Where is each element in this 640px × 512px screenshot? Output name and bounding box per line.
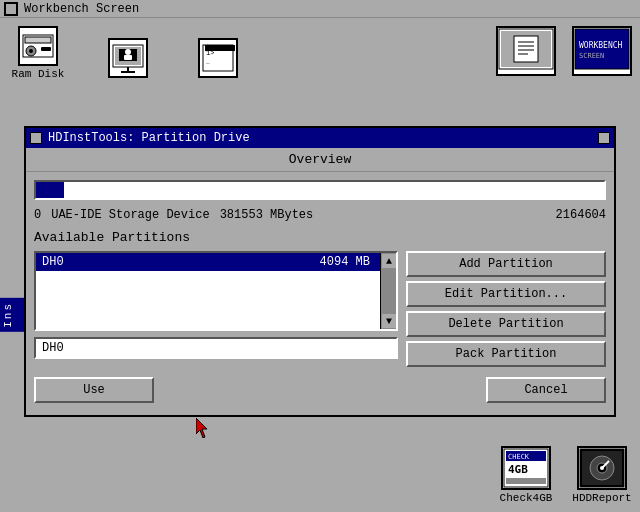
selected-partition-name: DH0 <box>42 341 64 355</box>
workbench-screen-icon-img: WORKBENCH SCREEN <box>572 26 632 76</box>
hddreport-icon-img <box>577 446 627 490</box>
wb-close-button[interactable] <box>4 2 18 16</box>
workbench-titlebar: Workbench Screen <box>0 0 640 18</box>
partition-size-dh0: 4094 MB <box>320 255 370 269</box>
workbench-screen-icon[interactable]: WORKBENCH SCREEN <box>572 26 632 78</box>
monitor-icon[interactable] <box>496 26 556 78</box>
partitions-list[interactable]: DH0 4094 MB ▲ ▼ <box>34 251 398 331</box>
monitor-icon-img <box>496 26 556 76</box>
partitions-scrollbar[interactable]: ▲ ▼ <box>380 253 396 329</box>
ramdisk-icon[interactable]: Ram Disk <box>8 26 68 80</box>
svg-rect-11 <box>124 55 132 60</box>
ramdisk-svg <box>21 29 55 63</box>
check4gb-icon-img: CHECK 4GB <box>501 446 551 490</box>
cursor-svg <box>196 418 210 438</box>
cancel-button[interactable]: Cancel <box>486 377 606 403</box>
partitions-right: Add Partition Edit Partition... Delete P… <box>406 251 606 367</box>
hddreport-label: HDDReport <box>572 492 631 504</box>
dialog-title: HDInstTools: Partition Drive <box>48 131 250 145</box>
screen-svg <box>111 41 145 75</box>
svg-text:CHECK: CHECK <box>508 453 530 461</box>
hdinsttools-dialog: HDInstTools: Partition Drive Overview 0 … <box>24 126 616 417</box>
svg-text:SCREEN: SCREEN <box>579 52 604 60</box>
shell-icon-img: 1> _ <box>198 38 238 78</box>
scrollbar-up-button[interactable]: ▲ <box>381 253 397 269</box>
partition-item-dh0[interactable]: DH0 4094 MB <box>36 253 396 271</box>
svg-text:WORKBENCH: WORKBENCH <box>579 41 623 50</box>
pack-partition-button[interactable]: Pack Partition <box>406 341 606 367</box>
use-button[interactable]: Use <box>34 377 154 403</box>
drive-number: 0 <box>34 208 41 222</box>
svg-rect-18 <box>514 36 538 62</box>
screen-icon-img <box>108 38 148 78</box>
wb-title: Workbench Screen <box>24 2 139 16</box>
svg-text:1>: 1> <box>206 49 214 57</box>
svg-rect-4 <box>41 47 51 51</box>
svg-text:4GB: 4GB <box>508 463 528 476</box>
terminal-svg: WORKBENCH SCREEN <box>574 28 630 74</box>
svg-rect-9 <box>121 71 135 73</box>
drive-info-row: 0 UAE-IDE Storage Device 381553 MBytes 2… <box>34 206 606 224</box>
svg-marker-27 <box>196 418 207 438</box>
svg-point-10 <box>125 49 131 55</box>
add-partition-button[interactable]: Add Partition <box>406 251 606 277</box>
dialog-header: Overview <box>26 148 614 172</box>
monitor-svg <box>498 28 554 74</box>
delete-partition-button[interactable]: Delete Partition <box>406 311 606 337</box>
dialog-titlebar: HDInstTools: Partition Drive <box>26 128 614 148</box>
dialog-close-button[interactable] <box>598 132 610 144</box>
drive-size: 381553 MBytes <box>220 208 314 222</box>
progress-bar-fill <box>36 182 64 198</box>
svg-point-38 <box>600 466 604 470</box>
shell-icon[interactable]: 1> _ <box>188 38 248 80</box>
bottom-row: Use Cancel <box>34 373 606 407</box>
dialog-header-text: Overview <box>289 152 351 167</box>
svg-point-3 <box>29 49 33 53</box>
progress-bar <box>34 180 606 200</box>
drive-value: 2164604 <box>556 208 606 222</box>
partitions-label: Available Partitions <box>34 230 606 245</box>
right-icons-area: WORKBENCH SCREEN <box>496 26 632 78</box>
hddreport-svg <box>579 448 625 488</box>
desktop: Ram Disk <box>0 18 640 512</box>
edit-partition-button[interactable]: Edit Partition... <box>406 281 606 307</box>
shell-svg: 1> _ <box>201 41 235 75</box>
ins-sidebar-label: Ins <box>0 298 24 332</box>
svg-rect-1 <box>25 37 51 43</box>
dialog-titlebar-dot <box>30 132 42 144</box>
check4gb-label: Check4GB <box>500 492 553 504</box>
selected-name-container: DH0 <box>34 337 398 359</box>
partition-name-dh0: DH0 <box>42 255 64 269</box>
scrollbar-track <box>381 269 396 313</box>
scrollbar-down-button[interactable]: ▼ <box>381 313 397 329</box>
hddreport-icon[interactable]: HDDReport <box>572 446 632 504</box>
dialog-body: 0 UAE-IDE Storage Device 381553 MBytes 2… <box>26 172 614 415</box>
ramdisk-icon-img <box>18 26 58 66</box>
selected-partition-field[interactable]: DH0 <box>34 337 398 359</box>
svg-text:_: _ <box>205 58 210 65</box>
screen-icon[interactable] <box>98 38 158 80</box>
drive-name: UAE-IDE Storage Device <box>51 208 209 222</box>
partitions-left: DH0 4094 MB ▲ ▼ DH0 <box>34 251 398 367</box>
check4gb-svg: CHECK 4GB <box>503 448 549 488</box>
partitions-section: DH0 4094 MB ▲ ▼ DH0 <box>34 251 606 367</box>
ramdisk-label: Ram Disk <box>12 68 65 80</box>
check4gb-icon[interactable]: CHECK 4GB Check4GB <box>496 446 556 504</box>
svg-rect-32 <box>506 478 546 484</box>
bottom-icons-area: CHECK 4GB Check4GB HDDReport <box>496 446 632 504</box>
